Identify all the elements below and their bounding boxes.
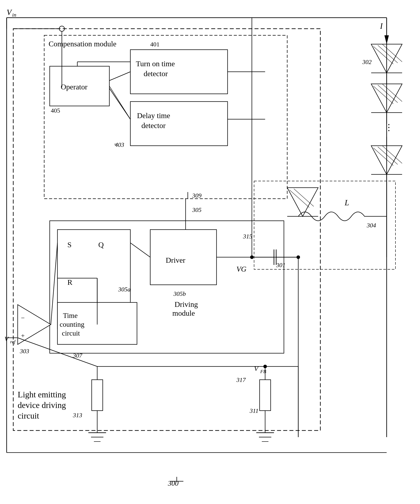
label-317: 317 xyxy=(236,376,246,383)
delay-label1: Delay time xyxy=(137,112,170,120)
circuit-label3: circuit xyxy=(18,411,39,420)
r-label: R xyxy=(67,278,73,286)
label-303: 303 xyxy=(20,348,29,354)
svg-line-42 xyxy=(289,190,309,208)
vfb-label: V xyxy=(254,365,259,372)
svg-line-8 xyxy=(109,72,130,81)
label-313: 313 xyxy=(73,412,82,419)
label-302: 302 xyxy=(362,59,372,65)
turn-on-label1: Turn on time xyxy=(136,60,175,68)
svg-line-31 xyxy=(378,45,398,63)
svg-line-34 xyxy=(373,86,393,104)
label-301: 301 xyxy=(276,262,286,269)
label-311: 311 xyxy=(250,407,258,414)
turn-on-label2: detector xyxy=(144,70,168,78)
vref-sub: ref xyxy=(10,339,16,344)
time-count-label3: circuit xyxy=(62,329,80,337)
svg-line-38 xyxy=(373,148,393,166)
svg-line-20 xyxy=(51,243,57,324)
inductor-coil xyxy=(298,212,387,221)
plus-label: + xyxy=(21,332,25,339)
circuit-label: Light emitting xyxy=(18,390,66,399)
svg-line-35 xyxy=(378,85,398,103)
dots: ⋮ xyxy=(384,122,393,132)
svg-line-73 xyxy=(130,243,150,257)
inductor-label: L xyxy=(344,198,349,207)
driving-module-label: Driving xyxy=(175,300,198,308)
resistor-311 xyxy=(260,380,271,411)
comp-module-label: Compensation module xyxy=(49,40,116,48)
time-count-label2: counting xyxy=(60,320,84,328)
vin-label: V xyxy=(7,8,12,17)
driving-module-label2: module xyxy=(172,309,195,317)
label-304: 304 xyxy=(366,222,376,229)
dot-315 xyxy=(297,255,300,259)
svg-line-43 xyxy=(294,189,314,206)
driver-label: Driver xyxy=(166,256,185,264)
s-label: S xyxy=(67,241,72,249)
current-arrow xyxy=(384,35,389,44)
resistor-313 xyxy=(92,380,103,411)
svg-line-32 xyxy=(382,44,402,62)
tilde-403: ∼ xyxy=(114,141,118,147)
svg-line-40 xyxy=(382,146,402,163)
svg-line-30 xyxy=(373,46,393,64)
operator-label: Operator xyxy=(61,83,88,91)
vref-label: V xyxy=(4,335,9,342)
minus-label: − xyxy=(21,314,25,321)
vin-sub: in xyxy=(12,12,16,18)
comp-module-num: 401 xyxy=(150,41,159,48)
label-315: 315 xyxy=(243,233,252,240)
label-309: 309 xyxy=(192,192,201,199)
time-count-label1: Time xyxy=(63,312,78,319)
q-label: Q xyxy=(98,241,104,249)
svg-line-39 xyxy=(378,147,398,164)
label-305b: 305b xyxy=(173,290,186,297)
vg-label: VG xyxy=(236,265,246,273)
delay-label2: detector xyxy=(141,121,166,130)
svg-line-36 xyxy=(382,84,402,102)
label-305a: 305a xyxy=(118,286,131,293)
label-305: 305 xyxy=(192,206,201,213)
current-label: I xyxy=(380,22,383,30)
svg-line-81 xyxy=(109,86,130,119)
label-405: 405 xyxy=(51,107,60,114)
circuit-label2: device driving xyxy=(18,401,66,410)
